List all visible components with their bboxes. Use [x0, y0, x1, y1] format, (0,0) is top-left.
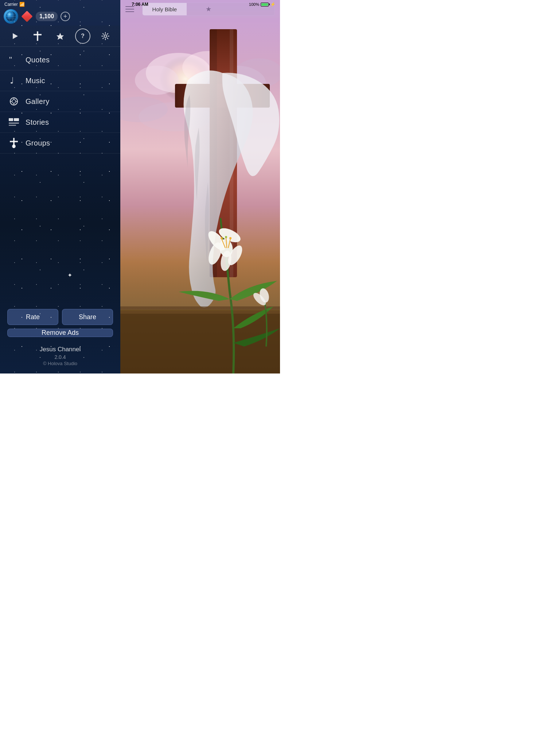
svg-rect-55	[120, 255, 280, 310]
points-badge: 1,100	[36, 12, 58, 21]
svg-rect-19	[14, 118, 19, 121]
svg-point-52	[229, 237, 232, 239]
status-bar: Carrier 📶 7:06 AM 100% ⚡	[0, 0, 280, 9]
status-right: 100% ⚡	[249, 2, 276, 7]
music-label: Music	[26, 77, 45, 85]
share-button[interactable]: Share	[62, 309, 113, 325]
points-value: 1,100	[39, 13, 54, 20]
favorites-button[interactable]	[52, 28, 68, 44]
stories-icon	[9, 117, 19, 127]
svg-point-13	[12, 100, 16, 103]
gallery-label: Gallery	[26, 97, 49, 106]
svg-marker-8	[57, 33, 64, 40]
charging-icon: ⚡	[270, 2, 276, 7]
menu-item-gallery[interactable]: Gallery	[0, 91, 120, 112]
app-copyright: © Holova Studio	[0, 361, 120, 366]
svg-text:": "	[9, 56, 12, 64]
globe-icon[interactable]	[4, 9, 18, 24]
add-points-button[interactable]: +	[61, 12, 70, 21]
cross-button[interactable]	[30, 28, 45, 44]
diamond-icon	[21, 11, 33, 22]
sidebar-actions: Rate Share Remove Ads	[0, 303, 120, 341]
svg-marker-5	[13, 33, 18, 39]
status-left: Carrier 📶	[4, 2, 25, 7]
sidebar: 1,100 + ?	[0, 0, 120, 374]
svg-rect-23	[10, 141, 18, 142]
svg-point-9	[104, 35, 107, 37]
gallery-icon	[9, 96, 19, 107]
svg-rect-6	[37, 31, 38, 41]
sidebar-toolbar: ?	[0, 26, 120, 47]
battery-fill	[261, 3, 268, 6]
carrier-label: Carrier	[4, 2, 18, 7]
main-content: Holy Bible ★	[120, 0, 280, 374]
app-name: Jesus Channel	[0, 346, 120, 353]
quotes-icon: "	[9, 55, 19, 65]
wifi-icon: 📶	[19, 2, 25, 7]
battery-icon	[261, 3, 269, 7]
svg-rect-21	[9, 125, 16, 126]
status-time: 7:06 AM	[132, 2, 148, 7]
play-button[interactable]	[7, 28, 23, 44]
menu-item-groups[interactable]: Groups	[0, 133, 120, 154]
svg-rect-39	[120, 314, 280, 374]
svg-point-29	[135, 66, 179, 95]
groups-icon	[9, 138, 19, 148]
svg-rect-20	[9, 123, 19, 124]
hamburger-line-3	[125, 11, 134, 12]
app-info: Jesus Channel 2.0.4 © Holova Studio	[0, 341, 120, 374]
rate-button[interactable]: Rate	[7, 309, 58, 325]
action-row-1: Rate Share	[7, 309, 113, 325]
svg-point-24	[12, 144, 16, 148]
svg-rect-7	[34, 34, 42, 35]
quotes-label: Quotes	[26, 56, 50, 64]
settings-button[interactable]	[98, 28, 113, 44]
hamburger-line-2	[125, 9, 134, 9]
menu-item-quotes[interactable]: " Quotes	[0, 50, 120, 70]
help-button[interactable]: ?	[75, 28, 90, 44]
app-container: 1,100 + ?	[0, 0, 280, 374]
svg-point-50	[221, 237, 223, 239]
music-icon: ♩	[9, 76, 19, 86]
menu-item-music[interactable]: ♩ Music	[0, 70, 120, 91]
menu-item-stories[interactable]: Stories	[0, 112, 120, 133]
app-version: 2.0.4	[0, 354, 120, 360]
svg-point-51	[225, 236, 227, 238]
sidebar-menu: " Quotes ♩ Music	[0, 47, 120, 303]
groups-label: Groups	[26, 139, 50, 147]
svg-rect-18	[9, 118, 13, 121]
cross-background	[120, 0, 280, 374]
remove-ads-button[interactable]: Remove Ads	[7, 329, 113, 337]
battery-percent: 100%	[249, 2, 259, 7]
svg-text:♩: ♩	[10, 76, 14, 85]
stories-label: Stories	[26, 118, 49, 127]
